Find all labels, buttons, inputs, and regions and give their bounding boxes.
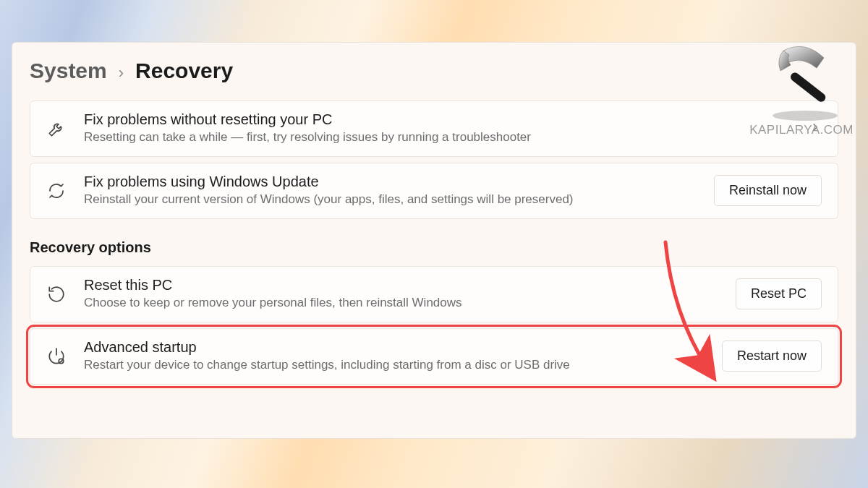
breadcrumb: System › Recovery bbox=[30, 59, 838, 83]
reset-pc-title: Reset this PC bbox=[84, 277, 718, 294]
windows-update-fix-row: Fix problems using Windows Update Reinst… bbox=[30, 163, 838, 219]
breadcrumb-current: Recovery bbox=[135, 59, 233, 83]
reinstall-now-button[interactable]: Reinstall now bbox=[714, 175, 822, 206]
breadcrumb-parent[interactable]: System bbox=[30, 59, 107, 83]
power-gear-icon bbox=[46, 346, 67, 367]
troubleshoot-title: Fix problems without resetting your PC bbox=[84, 111, 791, 128]
chevron-right-icon: › bbox=[119, 64, 124, 82]
reset-pc-desc: Choose to keep or remove your personal f… bbox=[84, 295, 718, 312]
recovery-options-header: Recovery options bbox=[30, 239, 838, 256]
troubleshoot-desc: Resetting can take a while — first, try … bbox=[84, 129, 791, 146]
advanced-startup-desc: Restart your device to change startup se… bbox=[84, 357, 705, 374]
reset-pc-row: Reset this PC Choose to keep or remove y… bbox=[30, 266, 838, 322]
windows-update-fix-title: Fix problems using Windows Update bbox=[84, 174, 697, 190]
settings-panel: System › Recovery Fix problems without r… bbox=[12, 42, 856, 439]
reset-icon bbox=[46, 284, 67, 304]
windows-update-fix-desc: Reinstall your current version of Window… bbox=[84, 192, 697, 208]
advanced-startup-title: Advanced startup bbox=[84, 339, 705, 356]
restart-now-button[interactable]: Restart now bbox=[722, 341, 822, 372]
advanced-startup-row: Advanced startup Restart your device to … bbox=[30, 328, 838, 385]
sync-icon bbox=[46, 181, 67, 201]
reset-pc-button[interactable]: Reset PC bbox=[736, 278, 822, 309]
wrench-icon bbox=[46, 119, 67, 139]
chevron-right-icon bbox=[809, 121, 822, 137]
troubleshoot-row[interactable]: Fix problems without resetting your PC R… bbox=[30, 100, 838, 157]
